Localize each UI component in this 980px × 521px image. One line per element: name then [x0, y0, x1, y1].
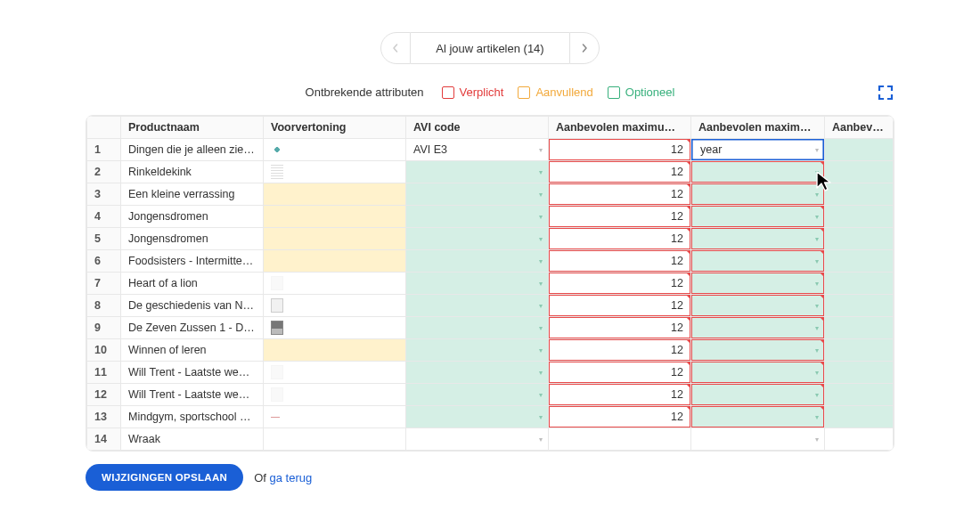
cell-thumbnail[interactable] — [264, 273, 406, 295]
checkbox-optioneel[interactable]: Optioneel — [608, 85, 675, 99]
cell-avi-dropdown[interactable] — [406, 362, 549, 384]
cell-max-age[interactable]: 12 — [549, 317, 691, 339]
cell-avi-dropdown[interactable] — [406, 250, 549, 273]
cell-max-age[interactable]: 12 — [549, 339, 691, 362]
cell-avi-dropdown[interactable]: AVI E3 — [406, 139, 549, 161]
cell-productnaam[interactable]: Will Trent - Laatste weduwe — [121, 362, 264, 384]
cell-productnaam[interactable]: Will Trent - Laatste weduwe — [121, 384, 264, 406]
cell-age-unit-dropdown[interactable] — [691, 161, 825, 183]
cell-min-age[interactable] — [825, 206, 894, 228]
cell-productnaam[interactable]: Jongensdromen — [121, 228, 264, 250]
cell-avi-dropdown[interactable] — [406, 206, 549, 228]
cell-thumbnail[interactable] — [264, 384, 406, 406]
cell-thumbnail[interactable] — [264, 250, 406, 273]
cell-thumbnail[interactable] — [264, 161, 406, 183]
row-index: 9 — [87, 317, 121, 339]
col-header-avi[interactable]: AVI code — [406, 117, 549, 139]
cell-avi-dropdown[interactable] — [406, 295, 549, 317]
cell-productnaam[interactable]: Jongensdromen — [121, 206, 264, 228]
cell-thumbnail[interactable] — [264, 339, 406, 362]
cell-age-unit-dropdown[interactable] — [691, 183, 825, 206]
col-header-unit[interactable]: Aanbevolen maximum leeftij — [691, 117, 825, 139]
cell-max-age[interactable]: 12 — [549, 183, 691, 206]
cell-min-age[interactable] — [825, 362, 894, 384]
cell-avi-dropdown[interactable] — [406, 339, 549, 362]
cell-min-age[interactable] — [825, 428, 894, 451]
cell-max-age[interactable] — [549, 428, 691, 451]
cell-thumbnail[interactable] — [264, 206, 406, 228]
cell-min-age[interactable] — [825, 317, 894, 339]
cell-max-age[interactable]: 12 — [549, 362, 691, 384]
cell-age-unit-dropdown[interactable] — [691, 428, 825, 451]
cell-age-unit-dropdown[interactable] — [691, 339, 825, 362]
checkbox-verplicht[interactable]: Verplicht — [442, 85, 504, 99]
cell-thumbnail[interactable] — [264, 183, 406, 206]
cell-min-age[interactable] — [825, 384, 894, 406]
checkbox-aanvullend[interactable]: Aanvullend — [518, 85, 592, 99]
cell-productnaam[interactable]: Een kleine verrassing — [121, 183, 264, 206]
cell-min-age[interactable] — [825, 406, 894, 428]
cell-productnaam[interactable]: De Zeven Zussen 1 - De zev... — [121, 317, 264, 339]
pager-next-button[interactable] — [569, 32, 600, 64]
cell-thumbnail[interactable] — [264, 139, 406, 161]
cell-productnaam[interactable]: Winnen of leren — [121, 339, 264, 362]
cell-min-age[interactable] — [825, 228, 894, 250]
pager-prev-button[interactable] — [380, 32, 411, 64]
cell-age-unit-dropdown[interactable] — [691, 206, 825, 228]
cell-productnaam[interactable]: Foodsisters - Intermittent f... — [121, 250, 264, 273]
cell-productnaam[interactable]: Wraak — [121, 428, 264, 451]
cell-age-unit-dropdown[interactable] — [691, 384, 825, 406]
cell-max-age[interactable]: 12 — [549, 295, 691, 317]
cell-min-age[interactable] — [825, 273, 894, 295]
cell-max-age[interactable]: 12 — [549, 406, 691, 428]
back-link[interactable]: ga terug — [270, 471, 313, 484]
cell-age-unit-dropdown[interactable] — [691, 250, 825, 273]
cell-avi-dropdown[interactable] — [406, 428, 549, 451]
cell-age-unit-dropdown[interactable] — [691, 406, 825, 428]
cell-thumbnail[interactable] — [264, 295, 406, 317]
cell-age-unit-dropdown[interactable] — [691, 273, 825, 295]
cell-thumbnail[interactable] — [264, 362, 406, 384]
cell-thumbnail[interactable] — [264, 428, 406, 451]
cell-min-age[interactable] — [825, 161, 894, 183]
cell-age-unit-dropdown[interactable] — [691, 362, 825, 384]
cell-avi-dropdown[interactable] — [406, 228, 549, 250]
cell-productnaam[interactable]: Dingen die je alleen ziet als... — [121, 139, 264, 161]
cell-min-age[interactable] — [825, 339, 894, 362]
cell-age-unit-dropdown[interactable] — [691, 317, 825, 339]
cell-thumbnail[interactable] — [264, 406, 406, 428]
cell-productnaam[interactable]: De geschiedenis van Neder... — [121, 295, 264, 317]
cell-min-age[interactable] — [825, 139, 894, 161]
cell-min-age[interactable] — [825, 295, 894, 317]
cell-thumbnail[interactable] — [264, 317, 406, 339]
cell-max-age[interactable]: 12 — [549, 206, 691, 228]
cell-max-age[interactable]: 12 — [549, 250, 691, 273]
cell-max-age[interactable]: 12 — [549, 273, 691, 295]
cell-avi-dropdown[interactable] — [406, 317, 549, 339]
cell-productnaam[interactable]: Rinkeldekink — [121, 161, 264, 183]
cell-avi-dropdown[interactable] — [406, 273, 549, 295]
cell-productnaam[interactable]: Mindgym, sportschool voor... — [121, 406, 264, 428]
cell-thumbnail[interactable] — [264, 228, 406, 250]
cell-productnaam[interactable]: Heart of a lion — [121, 273, 264, 295]
col-header-last[interactable]: Aanbevolen min — [825, 117, 894, 139]
cell-avi-dropdown[interactable] — [406, 161, 549, 183]
cell-max-age[interactable]: 12 — [549, 161, 691, 183]
save-button[interactable]: WIJZIGINGEN OPSLAAN — [86, 464, 243, 491]
cell-avi-dropdown[interactable] — [406, 183, 549, 206]
cell-age-unit-dropdown[interactable] — [691, 228, 825, 250]
cell-age-unit-dropdown[interactable]: year — [691, 139, 825, 161]
col-header-name[interactable]: Productnaam — [121, 117, 264, 139]
cell-max-age[interactable]: 12 — [549, 228, 691, 250]
cell-avi-dropdown[interactable] — [406, 384, 549, 406]
cell-max-age[interactable]: 12 — [549, 384, 691, 406]
expand-button[interactable] — [877, 84, 894, 102]
cell-min-age[interactable] — [825, 250, 894, 273]
cell-max-age[interactable]: 12 — [549, 139, 691, 161]
cell-avi-dropdown[interactable] — [406, 406, 549, 428]
cell-age-unit-dropdown[interactable] — [691, 295, 825, 317]
thumbnail-icon — [271, 165, 283, 179]
col-header-age[interactable]: Aanbevolen maximum leeftij — [549, 117, 691, 139]
col-header-thumb[interactable]: Voorvertoning — [264, 117, 406, 139]
cell-min-age[interactable] — [825, 183, 894, 206]
